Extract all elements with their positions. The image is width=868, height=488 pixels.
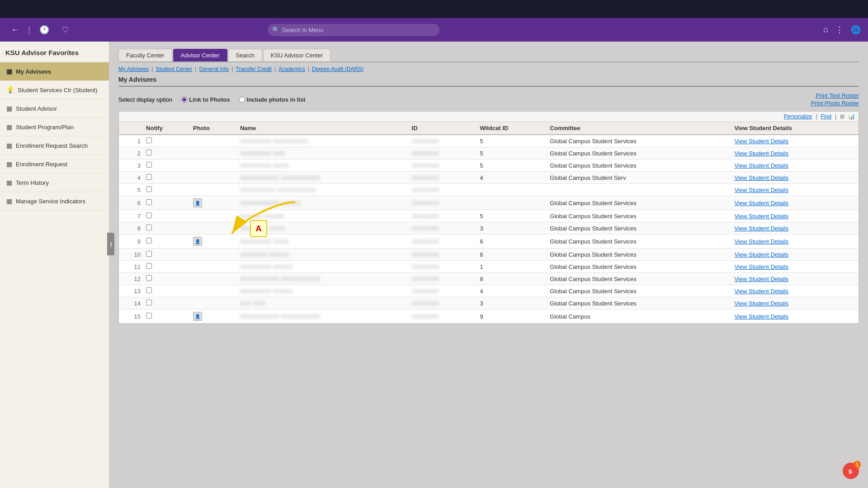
view-student-details-link[interactable]: View Student Details [734,200,788,206]
sub-nav-academics[interactable]: Academics [278,66,305,72]
view-student-details-link[interactable]: View Student Details [734,213,788,220]
row-action[interactable]: View Student Details [731,147,859,160]
table-actions-bar: Personalize | Find | ⊞ 📊 [119,112,859,122]
home-icon[interactable]: ⌂ [823,25,828,35]
view-student-details-link[interactable]: View Student Details [734,251,788,258]
row-notify[interactable] [142,210,189,222]
radio-include-photos[interactable]: Include photos in list [239,96,306,103]
view-student-details-link[interactable]: View Student Details [734,300,788,307]
personalize-link[interactable]: Personalize [784,113,812,120]
row-action[interactable]: View Student Details [731,196,859,210]
sub-nav-transfer-credit[interactable]: Transfer Credit [236,66,272,72]
row-number: 4 [119,172,142,184]
view-student-details-link[interactable]: View Student Details [734,313,788,320]
row-photo [189,222,236,235]
sidebar-label-student-advisor: Student Advisor [16,105,57,112]
radio-link-to-photos[interactable]: Link to Photos [181,96,230,103]
row-notify[interactable] [142,184,189,196]
row-number: 8 [119,222,142,235]
menu-icon[interactable]: ⋮ [835,25,844,35]
back-icon[interactable]: ← [7,23,23,37]
row-notify[interactable] [142,297,189,310]
photo-icon[interactable]: 👤 [193,312,202,321]
sub-nav-my-advisees[interactable]: My Advisees [118,66,149,72]
view-student-details-link[interactable]: View Student Details [734,238,788,245]
find-link[interactable]: Find [821,113,831,120]
row-notify[interactable] [142,160,189,172]
row-wildcat-id: 5 [476,210,546,222]
search-input[interactable] [268,24,439,36]
row-notify[interactable] [142,172,189,184]
row-notify[interactable] [142,261,189,273]
sidebar-handle[interactable]: ‖ [107,233,114,255]
view-student-details-link[interactable]: View Student Details [734,225,788,232]
view-student-details-link[interactable]: View Student Details [734,263,788,270]
include-photos-label: Include photos in list [247,96,306,103]
row-action[interactable]: View Student Details [731,135,859,147]
row-notify[interactable] [142,249,189,261]
row-name: XXXXXXXX XXXXXXXXX [236,135,408,147]
row-notify[interactable] [142,285,189,297]
row-name: XXXXXXX XXXXX [236,249,408,261]
history-icon[interactable]: 🕐 [36,23,53,37]
row-name: XXXXXXXX XXXXX [236,285,408,297]
sidebar-item-enrollment-search[interactable]: ▦ Enrollment Request Search [0,136,109,155]
row-committee: Global Campus Student Services [546,273,731,285]
row-notify[interactable] [142,196,189,210]
tab-advisor-center[interactable]: Advisor Center [173,49,227,61]
photo-icon[interactable]: 👤 [193,237,202,246]
view-student-details-link[interactable]: View Student Details [734,276,788,282]
row-notify[interactable] [142,222,189,235]
grammarly-badge[interactable]: g. 1 [843,463,859,479]
row-action[interactable]: View Student Details [731,172,859,184]
row-action[interactable]: View Student Details [731,273,859,285]
sub-nav: My Advisees | Student Center | General I… [118,66,859,72]
row-action[interactable]: View Student Details [731,210,859,222]
tab-faculty-center[interactable]: Faculty Center [118,49,172,61]
row-notify[interactable] [142,135,189,147]
sidebar-item-manage-service[interactable]: ▦ Manage Service Indicators [0,192,109,211]
tab-search[interactable]: Search [228,49,262,61]
table-row: 1XXXXXXXX XXXXXXXXXXXXXXXX5Global Campus… [119,135,859,147]
print-photo-roster-link[interactable]: Print Photo Roster [811,100,859,107]
view-all-icon[interactable]: ⊞ [840,113,844,120]
row-action[interactable]: View Student Details [731,184,859,196]
sub-nav-general-info[interactable]: General Info [199,66,229,72]
row-action[interactable]: View Student Details [731,261,859,273]
row-action[interactable]: View Student Details [731,222,859,235]
row-name: XXXXXXXX XXXXX [236,261,408,273]
row-action[interactable]: View Student Details [731,297,859,310]
export-icon[interactable]: 📊 [848,113,855,120]
sub-nav-student-center[interactable]: Student Center [156,66,192,72]
col-notify: Notify [142,122,189,135]
sidebar-item-student-services[interactable]: 💡 Student Services Ctr (Student) [0,81,109,99]
sidebar-item-student-program[interactable]: ▦ Student Program/Plan [0,118,109,136]
view-student-details-link[interactable]: View Student Details [734,288,788,295]
row-notify[interactable] [142,147,189,160]
row-action[interactable]: View Student Details [731,160,859,172]
favorites-icon[interactable]: ♡ [58,23,73,37]
row-action[interactable]: View Student Details [731,235,859,249]
sidebar-label-enrollment-request: Enrollment Request [16,161,67,168]
tab-ksu-advisor-center[interactable]: KSU Advisor Center [263,49,331,61]
row-notify[interactable] [142,310,189,324]
view-student-details-link[interactable]: View Student Details [734,174,788,181]
view-student-details-link[interactable]: View Student Details [734,150,788,157]
view-student-details-link[interactable]: View Student Details [734,187,788,193]
sidebar-item-student-advisor[interactable]: ▦ Student Advisor [0,99,109,118]
sidebar-item-my-advisees[interactable]: ▦ My Advisees [0,62,109,81]
globe-icon[interactable]: 🌐 [851,25,861,35]
print-text-roster-link[interactable]: Print Text Roster [816,92,859,99]
row-notify[interactable] [142,273,189,285]
sidebar-item-enrollment-request[interactable]: ▦ Enrollment Request [0,155,109,174]
view-student-details-link[interactable]: View Student Details [734,162,788,169]
row-action[interactable]: View Student Details [731,285,859,297]
sidebar-item-term-history[interactable]: ▦ Term History [0,174,109,192]
row-notify[interactable] [142,235,189,249]
photo-icon[interactable]: 👤 [193,198,202,207]
grammarly-count: 1 [854,461,861,468]
row-action[interactable]: View Student Details [731,310,859,324]
row-action[interactable]: View Student Details [731,249,859,261]
view-student-details-link[interactable]: View Student Details [734,138,788,145]
sub-nav-degree-audit[interactable]: Degree Audit (DARS) [312,66,363,72]
